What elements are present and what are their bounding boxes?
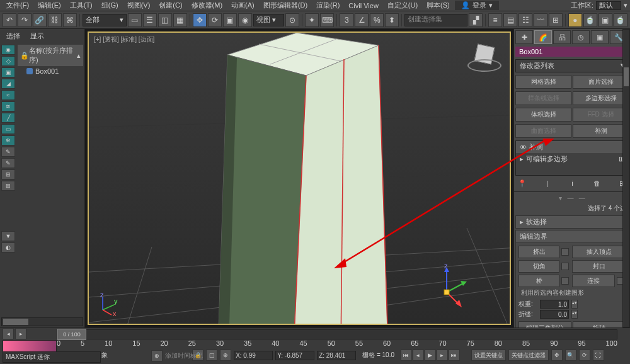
perspective-viewport[interactable]: [+] [透视] [标准] [边面] (88, 31, 511, 325)
link-button[interactable]: 🔗 (33, 13, 47, 27)
tab-select[interactable]: 选择 (6, 31, 20, 41)
nav-orbit-icon[interactable]: ⟳ (579, 350, 590, 361)
modify-tab[interactable]: 🌈 (534, 30, 552, 44)
h-scrollbar[interactable] (1, 317, 83, 326)
nav-max-icon[interactable]: ⛶ (593, 350, 604, 361)
face-select-button[interactable]: 面片选择 (573, 75, 629, 89)
next-frame-icon[interactable]: ▸ (437, 350, 448, 361)
nav-pan-icon[interactable]: ✥ (551, 350, 563, 361)
timeline-next-icon[interactable]: ▸ (15, 328, 26, 339)
align-button[interactable]: ≡ (488, 13, 502, 27)
timeline-prev-icon[interactable]: ◂ (3, 328, 14, 339)
chamfer-button[interactable]: 切角 (518, 260, 559, 273)
chamfer-settings[interactable] (561, 263, 569, 270)
viewcube[interactable] (466, 39, 503, 77)
menu-modifiers[interactable]: 修改器(M) (188, 1, 227, 10)
pin-icon[interactable]: 📍 (518, 179, 527, 188)
ref-coord-dropdown[interactable]: 视图 ▾ (253, 14, 285, 26)
angle-snap-button[interactable]: ∠ (355, 13, 369, 27)
object-name-field[interactable]: Box001 (515, 47, 629, 57)
create-tab[interactable]: ✚ (515, 30, 533, 44)
vol-select-button[interactable]: 体积选择 (515, 108, 571, 122)
make-unique-icon[interactable]: ⅰ (568, 179, 576, 188)
remove-mod-icon[interactable]: 🗑 (593, 179, 602, 188)
window-crossing-button[interactable]: ▦ (173, 13, 187, 27)
connect-button[interactable]: 连接 (572, 275, 615, 287)
place-button[interactable]: ◉ (238, 13, 252, 27)
coord-x[interactable]: X: 0.99 (234, 351, 273, 360)
menu-render[interactable]: 渲染(R) (312, 1, 343, 10)
capholes-mod-button[interactable]: 补洞 (573, 124, 629, 138)
display-bone-icon[interactable]: ╱ (1, 113, 15, 123)
tree-header[interactable]: 🔒 名称(按升序排序)▴ (18, 45, 83, 66)
abs-icon[interactable]: ⊕ (220, 350, 231, 361)
select-button[interactable]: ▭ (128, 13, 142, 27)
key-filter-button[interactable]: 关键点过滤器 (508, 350, 549, 361)
rotate-button[interactable]: ⟳ (208, 13, 222, 27)
rollout-edit-borders[interactable]: 编辑边界 (515, 230, 629, 243)
display-tab[interactable]: ▣ (591, 30, 609, 44)
display-geo-icon[interactable]: ◉ (1, 45, 15, 55)
display-helpers-icon[interactable]: ≈ (1, 90, 15, 100)
display-cameras-icon[interactable]: ◢ (1, 79, 15, 89)
filter-3-icon[interactable]: ⊞ (1, 169, 15, 179)
show-end-icon[interactable]: | (543, 179, 552, 188)
insert-vertex-button[interactable]: 插入顶点 (572, 246, 626, 258)
ffd-select-button[interactable]: FFD 选择 (573, 108, 629, 122)
set-key-button[interactable]: 设置关键点 (471, 350, 506, 361)
filter-4-icon[interactable]: ⊞ (1, 181, 15, 191)
display-space-icon[interactable]: ≋ (1, 101, 15, 111)
cap-button[interactable]: 封口 (572, 260, 626, 273)
snap-button[interactable]: 3 (340, 13, 353, 27)
goto-start-icon[interactable]: ⏮ (401, 350, 412, 361)
layer-button[interactable]: ▤ (503, 13, 517, 27)
display-frozen-icon[interactable]: ❄ (1, 135, 15, 145)
menu-create[interactable]: 创建(C) (155, 1, 186, 10)
display-shapes-icon[interactable]: ◇ (1, 56, 15, 66)
play-icon[interactable]: ▶ (425, 350, 436, 361)
extrude-button[interactable]: 挤出 (518, 246, 559, 258)
transform-gizmo[interactable]: z (421, 261, 472, 311)
mesh-select-button[interactable]: 网格选择 (515, 75, 571, 89)
menu-customize[interactable]: 自定义(U) (384, 1, 421, 10)
select-region-button[interactable]: ◫ (158, 13, 172, 27)
scale-button[interactable]: ▣ (223, 13, 237, 27)
menu-civil[interactable]: Civil View (345, 2, 382, 9)
prev-frame-icon[interactable]: ◂ (413, 350, 424, 361)
hierarchy-tab[interactable]: 品 (553, 30, 571, 44)
render-frame-button[interactable]: ▣ (598, 13, 612, 27)
rollout-soft-selection[interactable]: ▸软选择 (515, 215, 629, 229)
maxscript-listener[interactable]: MAXScript 迷你 (3, 351, 101, 363)
nav-zoom-icon[interactable]: 🔍 (565, 350, 576, 361)
tree-item-box001[interactable]: Box001 (18, 66, 83, 76)
menu-view[interactable]: 视图(V) (123, 1, 154, 10)
weight-spinner[interactable]: ▴▾ (571, 300, 578, 309)
time-slider[interactable]: 0 / 100 (57, 329, 617, 339)
bind-button[interactable]: ⌘ (63, 13, 77, 27)
percent-snap-button[interactable]: % (370, 13, 384, 27)
login-button[interactable]: 👤 登录 ▾ (455, 1, 499, 10)
stack-editablepoly[interactable]: ▸可编辑多边形⊞ (516, 153, 628, 165)
curve-editor-button[interactable]: 〰 (534, 13, 547, 27)
pivot-button[interactable]: ⊙ (285, 13, 299, 27)
display-lights-icon[interactable]: ▣ (1, 67, 15, 77)
workspace-input[interactable] (596, 1, 621, 10)
crease-spinner[interactable]: ▴▾ (571, 310, 578, 319)
options-icon[interactable]: ◐ (1, 242, 15, 253)
bridge-button[interactable]: 桥 (518, 275, 559, 287)
render-button[interactable]: 🍵 (614, 13, 627, 27)
selection-filter[interactable]: 全部▾ (83, 14, 127, 26)
move-button[interactable]: ✥ (193, 13, 207, 27)
keyboard-button[interactable]: ⌨ (320, 13, 334, 27)
rotate-button[interactable]: 旋转 (573, 321, 626, 327)
extrude-settings[interactable] (561, 248, 569, 256)
redo-button[interactable]: ↷ (18, 13, 32, 27)
coord-y[interactable]: Y: -6.857 (275, 351, 314, 360)
bridge-settings[interactable] (561, 277, 569, 285)
menu-script[interactable]: 脚本(S) (423, 1, 454, 10)
spline-select-button[interactable]: 样条线选择 (515, 91, 571, 105)
schematic-button[interactable]: ⊞ (549, 13, 563, 27)
time-thumb[interactable]: 0 / 100 (57, 329, 86, 340)
modifier-list-dropdown[interactable]: 修改器列表▾ (515, 59, 629, 72)
menu-group[interactable]: 组(G) (98, 1, 122, 10)
